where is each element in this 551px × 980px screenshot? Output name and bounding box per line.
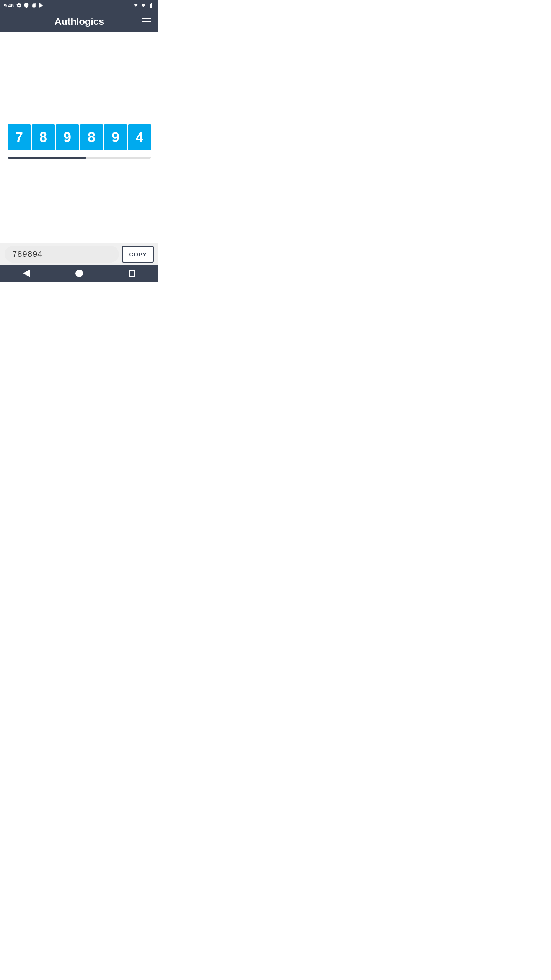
timer-progress-bar [8, 157, 151, 159]
home-icon [75, 270, 83, 277]
navigation-bar [0, 265, 158, 282]
status-right [133, 3, 155, 8]
hamburger-line-3 [142, 24, 151, 24]
otp-digit-4: 8 [80, 124, 103, 150]
otp-section: 7 8 9 8 9 4 [0, 124, 158, 159]
bottom-code-bar: 789894 COPY [0, 243, 158, 265]
otp-digit-2: 8 [32, 124, 55, 150]
logo-text: Authlogics [54, 16, 104, 27]
status-time: 9:46 [4, 3, 14, 8]
app-header: Authlogics [0, 11, 158, 32]
copy-button[interactable]: COPY [122, 246, 154, 263]
back-icon [23, 270, 30, 277]
shield-icon [24, 3, 29, 8]
back-button[interactable] [20, 266, 33, 280]
timer-progress-fill [8, 157, 86, 159]
app-logo: Authlogics [54, 16, 104, 28]
sd-card-icon [31, 3, 36, 8]
otp-digit-3: 9 [56, 124, 79, 150]
wifi-icon [133, 3, 139, 8]
status-bar: 9:46 [0, 0, 158, 11]
play-store-icon [39, 3, 44, 8]
recent-icon [129, 270, 135, 277]
otp-digit-1: 7 [8, 124, 31, 150]
battery-icon [148, 3, 155, 8]
hamburger-menu-button[interactable] [141, 17, 152, 26]
hamburger-line-1 [142, 18, 151, 19]
signal-icon [141, 3, 146, 8]
main-content: 7 8 9 8 9 4 789894 COP [0, 32, 158, 282]
otp-digit-6: 4 [128, 124, 151, 150]
status-left: 9:46 [4, 3, 44, 8]
hamburger-line-2 [142, 21, 151, 22]
otp-code-display: 789894 [5, 246, 119, 263]
otp-digits-container: 7 8 9 8 9 4 [0, 124, 158, 150]
recent-apps-button[interactable] [126, 267, 139, 280]
otp-digit-5: 9 [104, 124, 127, 150]
gear-icon [16, 3, 21, 8]
home-button[interactable] [72, 266, 86, 280]
